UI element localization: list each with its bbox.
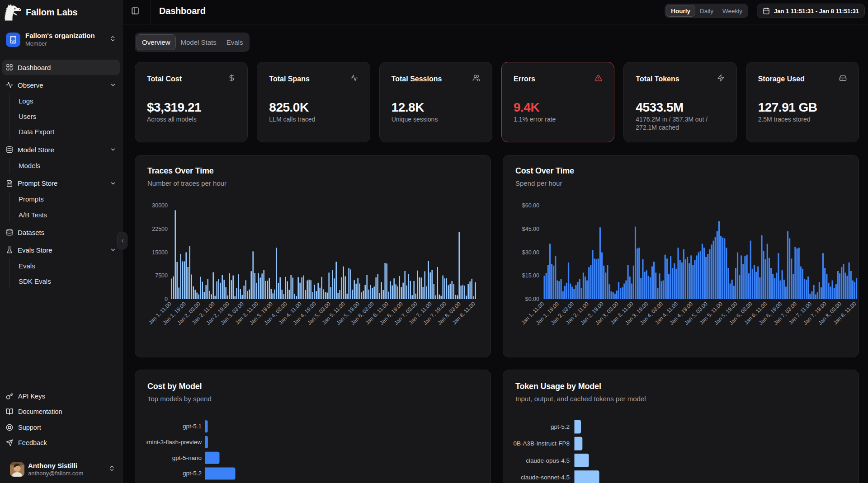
svg-text:$30.00: $30.00: [522, 249, 539, 256]
svg-text:0B-A3B-Instruct-FP8: 0B-A3B-Instruct-FP8: [513, 440, 570, 447]
svg-text:claude-opus-4.5: claude-opus-4.5: [526, 457, 570, 464]
svg-text:gemini-3-flash-preview: gemini-3-flash-preview: [140, 439, 202, 445]
svg-text:claude-sonnet-4.5: claude-sonnet-4.5: [521, 474, 570, 481]
svg-text:gpt-5.2: gpt-5.2: [551, 423, 570, 430]
svg-text:22500: 22500: [152, 226, 168, 232]
svg-text:$0.00: $0.00: [525, 296, 539, 302]
svg-text:$60.00: $60.00: [522, 202, 539, 209]
svg-text:$45.00: $45.00: [522, 226, 539, 232]
svg-text:7500: 7500: [155, 272, 168, 279]
svg-text:30000: 30000: [152, 202, 168, 209]
svg-text:gpt-5-nano: gpt-5-nano: [172, 455, 202, 461]
svg-text:15000: 15000: [152, 249, 168, 256]
svg-text:$15.00: $15.00: [522, 272, 539, 279]
svg-text:gpt-5.1: gpt-5.1: [183, 423, 202, 430]
svg-text:gpt-5.2: gpt-5.2: [183, 470, 202, 477]
